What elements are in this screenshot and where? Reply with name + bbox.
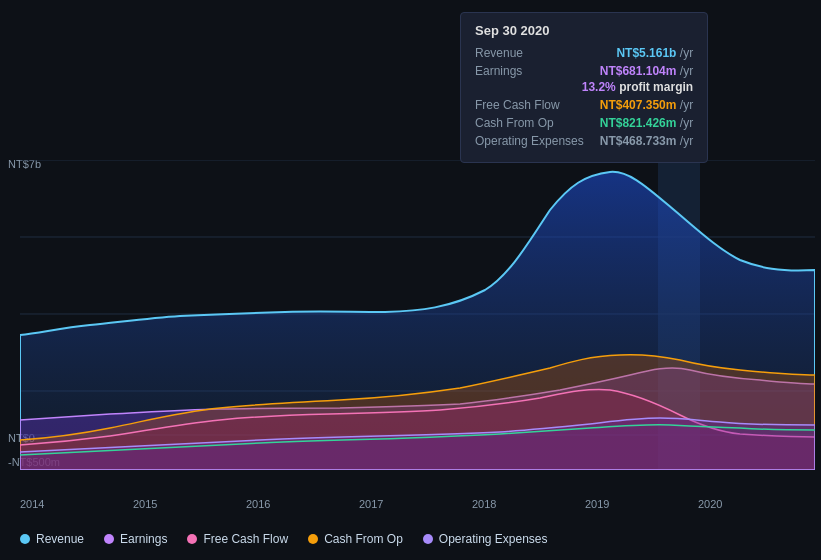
chart-container: Sep 30 2020 Revenue NT$5.161b /yr Earnin… [0, 0, 821, 560]
tooltip-earnings-row: Earnings NT$681.104m /yr [475, 64, 693, 78]
x-label-2020: 2020 [698, 498, 722, 510]
legend-opex-label: Operating Expenses [439, 532, 548, 546]
legend-cashfromop[interactable]: Cash From Op [308, 532, 403, 546]
legend-revenue-dot [20, 534, 30, 544]
legend: Revenue Earnings Free Cash Flow Cash Fro… [20, 532, 548, 546]
legend-earnings[interactable]: Earnings [104, 532, 167, 546]
x-label-2015: 2015 [133, 498, 157, 510]
legend-revenue[interactable]: Revenue [20, 532, 84, 546]
tooltip-cashfromop-row: Cash From Op NT$821.426m /yr [475, 116, 693, 130]
legend-fcf-dot [187, 534, 197, 544]
x-label-2017: 2017 [359, 498, 383, 510]
legend-opex[interactable]: Operating Expenses [423, 532, 548, 546]
legend-earnings-dot [104, 534, 114, 544]
tooltip-cashfromop-label: Cash From Op [475, 116, 554, 130]
tooltip-revenue-row: Revenue NT$5.161b /yr [475, 46, 693, 60]
tooltip-revenue-label: Revenue [475, 46, 523, 60]
legend-opex-dot [423, 534, 433, 544]
legend-revenue-label: Revenue [36, 532, 84, 546]
tooltip-opex-label: Operating Expenses [475, 134, 584, 148]
x-label-2019: 2019 [585, 498, 609, 510]
legend-cashfromop-dot [308, 534, 318, 544]
x-axis: 2014 2015 2016 2017 2018 2019 2020 [20, 498, 811, 510]
tooltip-date: Sep 30 2020 [475, 23, 693, 38]
legend-fcf[interactable]: Free Cash Flow [187, 532, 288, 546]
x-label-2014: 2014 [20, 498, 44, 510]
profit-margin-row: 13.2% profit margin [475, 80, 693, 94]
tooltip-earnings-value: NT$681.104m /yr [600, 64, 693, 78]
tooltip-fcf-label: Free Cash Flow [475, 98, 560, 112]
tooltip-cashfromop-value: NT$821.426m /yr [600, 116, 693, 130]
tooltip-opex-value: NT$468.733m /yr [600, 134, 693, 148]
tooltip: Sep 30 2020 Revenue NT$5.161b /yr Earnin… [460, 12, 708, 163]
tooltip-earnings-label: Earnings [475, 64, 522, 78]
legend-earnings-label: Earnings [120, 532, 167, 546]
chart-svg [20, 160, 815, 470]
x-label-2016: 2016 [246, 498, 270, 510]
profit-margin-text: 13.2% profit margin [582, 80, 693, 94]
legend-cashfromop-label: Cash From Op [324, 532, 403, 546]
tooltip-revenue-value: NT$5.161b /yr [616, 46, 693, 60]
x-label-2018: 2018 [472, 498, 496, 510]
tooltip-fcf-row: Free Cash Flow NT$407.350m /yr [475, 98, 693, 112]
tooltip-fcf-value: NT$407.350m /yr [600, 98, 693, 112]
legend-fcf-label: Free Cash Flow [203, 532, 288, 546]
tooltip-opex-row: Operating Expenses NT$468.733m /yr [475, 134, 693, 148]
